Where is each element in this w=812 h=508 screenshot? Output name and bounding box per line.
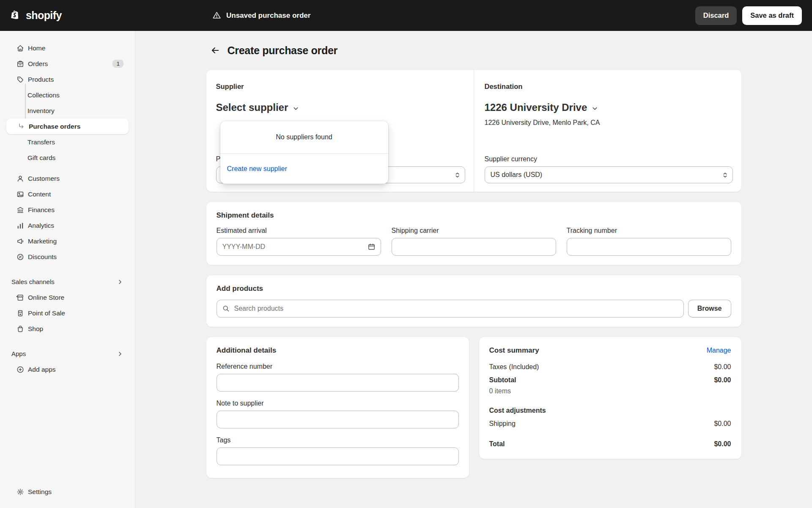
estimated-arrival-label: Estimated arrival xyxy=(217,227,381,235)
customers-icon xyxy=(16,174,25,183)
total-value: $0.00 xyxy=(714,440,731,448)
sales-channels-header[interactable]: Sales channels xyxy=(6,274,129,290)
sidebar-item-inventory[interactable]: Inventory xyxy=(6,103,129,119)
analytics-icon xyxy=(16,221,25,230)
unsaved-status: Unsaved purchase order xyxy=(212,11,310,20)
sidebar-group-apps: Apps Add apps xyxy=(6,346,129,377)
topbar-actions: Discard Save as draft xyxy=(695,6,802,25)
cost-summary-title: Cost summary xyxy=(489,346,539,355)
topbar: shopify Unsaved purchase order Discard S… xyxy=(0,0,812,31)
sidebar-item-home[interactable]: Home xyxy=(6,40,129,56)
sales-channels-label: Sales channels xyxy=(11,278,55,285)
supplier-currency-select[interactable]: US dollars (USD) xyxy=(485,166,733,183)
sidebar-item-purchase-orders[interactable]: Purchase orders xyxy=(6,119,129,134)
sidebar-item-label: Shop xyxy=(28,325,43,333)
manage-link[interactable]: Manage xyxy=(707,347,731,354)
tracking-number-input[interactable] xyxy=(567,238,731,256)
taxes-value: $0.00 xyxy=(714,363,731,371)
shopify-wordmark: shopify xyxy=(26,9,62,22)
sidebar-item-discounts[interactable]: Discounts xyxy=(6,249,129,265)
destination-column: Destination 1226 University Drive 1226 U… xyxy=(474,70,741,192)
sidebar-item-marketing[interactable]: Marketing xyxy=(6,233,129,249)
items-count-row: 0 items xyxy=(489,387,731,395)
warning-icon xyxy=(212,11,221,20)
shopify-logo[interactable]: shopify xyxy=(0,9,62,22)
tracking-number-field: Tracking number xyxy=(567,227,731,256)
tracking-number-label: Tracking number xyxy=(567,227,731,235)
save-as-draft-button[interactable]: Save as draft xyxy=(742,6,802,25)
sidebar-group-primary: Home Orders 1 Products xyxy=(6,40,129,166)
destination-address: 1226 University Drive, Menlo Park, CA xyxy=(485,119,733,127)
sidebar-item-label: Finances xyxy=(28,206,55,214)
shipping-value: $0.00 xyxy=(714,420,731,428)
sidebar-item-add-apps[interactable]: Add apps xyxy=(6,362,129,377)
sidebar-item-label: Content xyxy=(28,190,51,198)
destination-select[interactable]: 1226 University Drive xyxy=(485,102,599,113)
additional-details-card: Additional details Reference number Note… xyxy=(206,337,469,478)
sidebar-item-finances[interactable]: Finances xyxy=(6,202,129,218)
tags-label: Tags xyxy=(217,436,459,444)
subitem-arrow-icon xyxy=(17,122,25,131)
note-to-supplier-input[interactable] xyxy=(217,411,459,428)
destination-select-value: 1226 University Drive xyxy=(485,102,587,113)
sidebar: Home Orders 1 Products xyxy=(0,31,135,508)
sidebar-item-label: Collections xyxy=(27,91,60,99)
total-label: Total xyxy=(489,440,505,448)
page-header: Create purchase order xyxy=(206,44,741,57)
point-of-sale-icon xyxy=(16,309,25,318)
sidebar-item-label: Products xyxy=(28,76,54,83)
taxes-label: Taxes xyxy=(489,363,507,371)
sidebar-item-label: Gift cards xyxy=(27,154,55,162)
subtotal-label: Subtotal xyxy=(489,376,516,384)
sidebar-item-collections[interactable]: Collections xyxy=(6,87,129,103)
subtotal-value: $0.00 xyxy=(714,376,731,384)
back-button[interactable] xyxy=(208,44,222,57)
subtotal-row: Subtotal $0.00 xyxy=(489,376,731,384)
sidebar-item-customers[interactable]: Customers xyxy=(6,171,129,186)
sidebar-group-secondary: Customers Content Finances xyxy=(6,171,129,265)
no-suppliers-text: No suppliers found xyxy=(220,121,388,154)
apps-header[interactable]: Apps xyxy=(6,346,129,362)
discard-button[interactable]: Discard xyxy=(695,6,737,25)
add-products-title: Add products xyxy=(217,284,731,293)
create-new-supplier-link[interactable]: Create new supplier xyxy=(227,165,287,173)
sidebar-item-analytics[interactable]: Analytics xyxy=(6,218,129,233)
sidebar-item-settings[interactable]: Settings xyxy=(6,484,129,500)
supplier-label: Supplier xyxy=(216,83,465,91)
sidebar-item-orders[interactable]: Orders 1 xyxy=(6,56,129,72)
popover-footer: Create new supplier xyxy=(220,154,388,184)
reference-number-input[interactable] xyxy=(217,374,459,392)
supplier-select[interactable]: Select supplier xyxy=(216,102,300,113)
apps-label: Apps xyxy=(11,350,26,357)
marketing-icon xyxy=(16,237,25,246)
content-icon xyxy=(16,190,25,199)
tags-field: Tags xyxy=(217,436,459,465)
sidebar-item-transfers[interactable]: Transfers xyxy=(6,134,129,150)
shipping-carrier-input[interactable] xyxy=(392,238,556,256)
shop-bag-icon xyxy=(16,325,25,333)
sidebar-item-online-store[interactable]: Online Store xyxy=(6,290,129,305)
browse-button[interactable]: Browse xyxy=(688,300,731,318)
sidebar-item-point-of-sale[interactable]: Point of Sale xyxy=(6,305,129,321)
sidebar-item-gift-cards[interactable]: Gift cards xyxy=(6,150,129,166)
shipping-carrier-field: Shipping carrier xyxy=(392,227,556,256)
orders-count-badge: 1 xyxy=(112,60,123,68)
estimated-arrival-input[interactable] xyxy=(217,238,381,256)
search-products-input[interactable] xyxy=(217,300,684,318)
sidebar-item-label: Settings xyxy=(28,488,52,496)
arrow-left-icon xyxy=(211,46,220,55)
cost-summary-card: Cost summary Manage Taxes (Included) $0.… xyxy=(479,337,741,459)
sidebar-item-content[interactable]: Content xyxy=(6,186,129,202)
cost-adjustments-label: Cost adjustments xyxy=(489,407,546,414)
chevron-right-icon xyxy=(117,351,123,357)
taxes-row: Taxes (Included) $0.00 xyxy=(489,363,731,371)
additional-details-title: Additional details xyxy=(217,346,459,355)
discounts-icon xyxy=(16,253,25,261)
sidebar-item-shop[interactable]: Shop xyxy=(6,321,129,337)
supplier-currency-value: US dollars (USD) xyxy=(491,171,543,179)
sidebar-item-label: Discounts xyxy=(28,253,57,261)
cost-adjustments-row: Cost adjustments xyxy=(489,407,731,414)
tags-input[interactable] xyxy=(217,447,459,465)
supplier-currency-label: Supplier currency xyxy=(485,155,733,163)
shipping-row: Shipping $0.00 xyxy=(489,420,731,428)
